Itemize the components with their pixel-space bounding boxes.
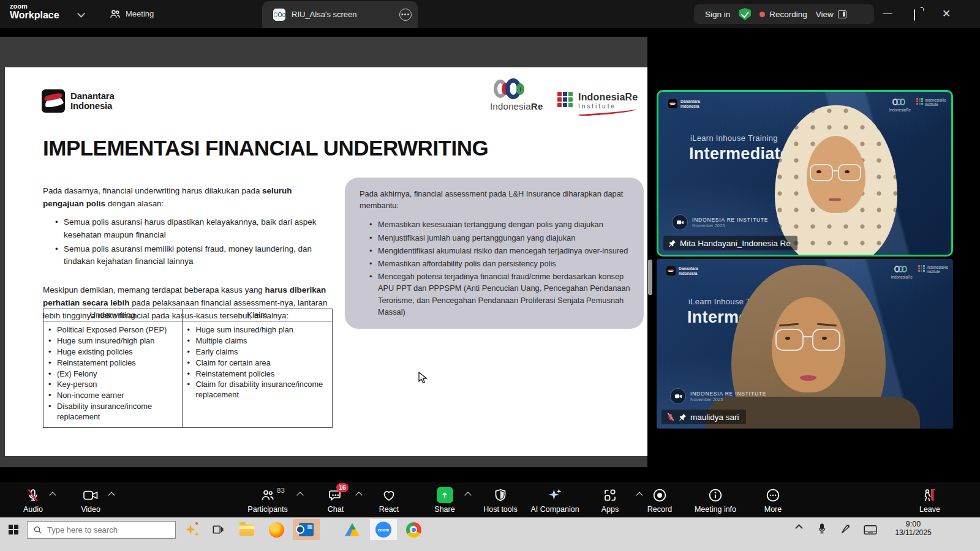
tab-options-ellipsis-icon[interactable]: ••• [399,9,412,21]
slide-bullets-1: Semua polis asuransi harus dipastikan ke… [54,216,331,269]
zoom-app-icon[interactable]: zoom [370,519,397,540]
slide-paragraph-1: Pada dasarnya, financial underwriting ha… [43,185,332,211]
close-button[interactable]: ✕ [936,7,957,20]
ai-sparkle-icon [547,487,563,503]
danantara-logo: Danantara Indonesia [42,89,115,113]
callout-bullets: Memastikan kesesuaian tertanggung dengan… [368,219,630,318]
list-item: Mencegah potensi terjadinya financial fr… [368,271,630,318]
muted-mic-icon [26,487,40,503]
apps-icon [603,487,617,503]
encryption-shield-icon[interactable] [739,8,751,20]
camera-badge-icon [672,214,688,230]
file-explorer-icon[interactable] [235,519,258,540]
workspace-chevron-down-icon[interactable] [77,10,85,18]
restore-icon [914,9,915,21]
clock-time: 9:00 [889,520,937,528]
meeting-info-button[interactable]: Meeting info [686,487,745,514]
zoom-titlebar: zoom Workplace Meeting RIU_Alsa's screen… [0,0,980,28]
participant-name: maulidya sari [690,413,739,422]
view-button[interactable]: View [816,10,846,19]
participant-tile-maulidya[interactable]: DanantaraIndonesia IndonesiaRe Indonesia… [657,259,953,429]
more-button[interactable]: More [744,487,802,514]
participants-count: 83 [277,487,285,494]
table-row: Early claims [186,347,327,357]
table-row: Political Exposed Person (PEP) [47,325,177,335]
host-tools-button[interactable]: Host tools [471,487,530,514]
tray-touch-keyboard-icon[interactable] [864,525,877,538]
sign-in-button[interactable]: Sign in [705,10,730,19]
chat-bubble-icon: ••• 16 [328,487,344,503]
slide-title: IMPLEMENTASI FINANCIAL UNDERWRITING [43,136,508,160]
summary-callout-box: Pada akhirnya, financial assessment pada… [345,178,644,329]
search-icon [33,525,42,534]
record-icon [652,487,668,503]
table-row: Huge sum insured/high plan [47,336,177,346]
windows-taskbar: zoom 9:00 13/11/2025 10 [0,517,980,551]
list-item: Semua polis asuransi harus dipastikan ke… [54,216,331,242]
meeting-tab-people-icon [109,8,121,23]
tray-chevron-up[interactable] [796,525,802,531]
record-button[interactable]: Record [630,487,689,514]
start-button[interactable] [9,525,18,534]
participants-button[interactable]: 83 Participants [238,487,297,514]
participants-icon: 83 [260,487,276,503]
list-item: Memastikan affordability polis dan persi… [368,258,630,269]
recording-indicator[interactable]: Recording [760,10,807,19]
participant-tile-mita[interactable]: DanantaraIndonesia IndonesiaRe Indonesia… [657,90,953,257]
table-row: (Ex) Felony [47,369,177,379]
taskbar-search[interactable] [27,521,176,539]
video-button[interactable]: Video [61,487,120,514]
shared-screen-tab-icon [273,9,285,21]
firefox-icon[interactable] [265,519,288,540]
meeting-status-pill: Sign in Recording View [694,4,874,24]
table-row: Key-person [47,380,177,389]
table-row: Huge existing policies [47,347,177,357]
list-item: Memastikan kesesuaian tertanggung dengan… [368,219,630,230]
table-row: Huge sum insured/high plan [186,325,327,335]
danantara-logo-icon [42,89,65,113]
minimize-button[interactable]: — [877,7,898,18]
taskbar-clock[interactable]: 9:00 13/11/2025 [889,520,937,537]
video-camera-icon [83,487,99,503]
list-item: Semua polis asuransi memiliki potensi fr… [54,243,331,269]
risk-cases-table: Underwriting Klaim Political Exposed Per… [43,309,333,428]
tray-pen-icon[interactable] [840,523,852,537]
view-layout-icon [838,10,846,18]
tile-danantara-logo: DanantaraIndonesia [668,99,700,108]
tile-danantara-logo: DanantaraIndonesia [666,266,698,276]
participant-video-person [750,105,922,257]
muted-mic-icon [666,413,675,421]
table-header-underwriting: Underwriting [43,309,183,321]
tab-meeting[interactable]: Meeting [126,9,154,18]
indonesiare-institute-logo: IndonesiaRe Institute [557,92,638,114]
chat-button[interactable]: ••• 16 Chat [306,487,365,514]
video-panel-scrollbar[interactable] [648,260,652,295]
more-ellipsis-icon [765,487,781,503]
outlook-icon[interactable] [293,519,320,540]
google-drive-icon[interactable] [341,519,364,540]
search-input[interactable] [47,525,157,534]
ai-companion-button[interactable]: AI Companion [526,487,584,514]
tab-shared-screen-label: RIU_Alsa's screen [292,10,357,19]
react-button[interactable]: React [360,487,418,514]
tray-mic-icon[interactable] [817,523,827,538]
share-button[interactable]: Share [415,487,474,514]
table-header-klaim: Klaim [182,309,332,321]
tab-shared-screen[interactable]: RIU_Alsa's screen ••• [262,1,418,28]
table-row: Claim for certain area [186,358,327,368]
table-row: Non-income earner [47,391,177,400]
restore-button[interactable] [914,8,915,19]
table-row: Disability insurance/income replacement [47,402,177,422]
tile-institute-logo: IndonesiaReInstitute [918,265,948,274]
info-icon [707,487,723,503]
leave-button[interactable]: Leave [900,487,959,514]
chrome-icon[interactable] [402,519,425,540]
participants-options-chevron[interactable] [296,492,303,498]
list-item: Menjustifikasi jumlah uang pertanggungan… [368,232,630,244]
institute-grid-icon [557,92,573,114]
task-view-button[interactable] [206,519,229,540]
audio-button[interactable]: Audio [4,487,62,514]
copilot-sparkle-icon[interactable] [179,519,202,540]
chat-unread-badge: 16 [336,483,349,492]
leave-icon [922,487,938,503]
